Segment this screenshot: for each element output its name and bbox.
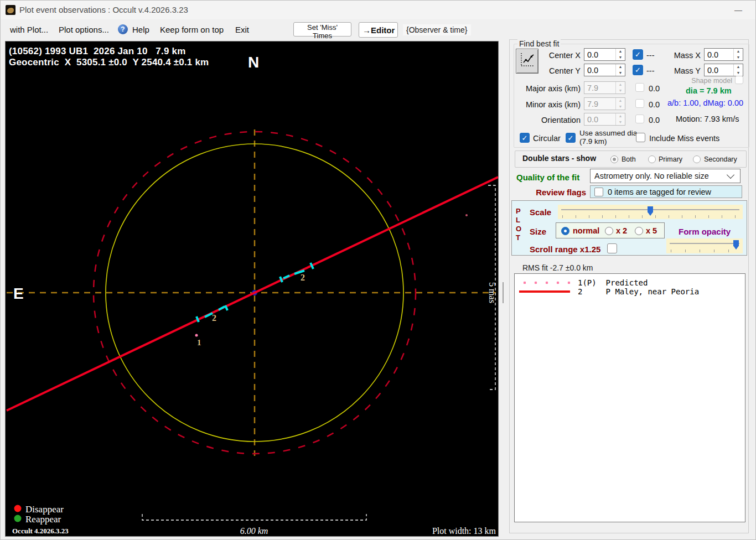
scale-slider[interactable]	[558, 205, 743, 219]
window-title: Plot event observations : Occult v.4.202…	[19, 5, 188, 14]
use-assumed-dia-checkbox[interactable]	[566, 133, 576, 143]
help-icon[interactable]: ?	[118, 24, 128, 34]
legend-row[interactable]: 1(P) Predicted	[515, 278, 745, 287]
plot-graphics: 2 2 1 5 mas 6.00 km Plot width: 13 km Di…	[6, 41, 498, 536]
orientation-spinner[interactable]: ▲▼	[615, 113, 625, 125]
center-y-label: Center Y	[532, 66, 581, 75]
review-flags-checkbox[interactable]	[594, 188, 603, 196]
predicted-label: 1	[197, 338, 201, 347]
quality-of-fit-label: Quality of the fit	[516, 173, 579, 182]
center-x-spinner[interactable]: ▲▼	[615, 49, 625, 60]
legend-entry-text: 1(P) Predicted	[578, 278, 648, 287]
menu-with-plot[interactable]: with Plot...	[10, 25, 48, 34]
plot-version-label: Occult 4.2026.3.23	[12, 527, 69, 535]
disappear-label: Disappear	[25, 504, 64, 515]
minor-axis-field[interactable]: ▲▼	[584, 97, 625, 110]
chord-line	[7, 177, 498, 411]
minor-axis-cb-value: 0.0	[649, 100, 660, 109]
mass-y-input[interactable]	[705, 64, 733, 76]
review-flags-text: 0 items are tagged for review	[608, 188, 711, 196]
size-x2-label: x 2	[616, 226, 627, 235]
double-stars-secondary-radio[interactable]	[693, 155, 701, 163]
mass-y-field[interactable]: ▲▼	[704, 64, 743, 76]
center-x-dash: ---	[646, 51, 655, 60]
shape-model-checkbox[interactable]	[735, 76, 743, 84]
center-x-field[interactable]: ▲▼	[584, 48, 625, 61]
center-y-field[interactable]: ▲▼	[584, 64, 625, 76]
size-x5-radio[interactable]	[635, 227, 643, 235]
center-x-input[interactable]	[584, 49, 615, 60]
scale-slider-ticks	[562, 215, 741, 218]
size-label: Size	[530, 227, 546, 236]
center-y-spinner[interactable]: ▲▼	[615, 64, 625, 76]
scroll-range-label: Scroll range x1.25	[530, 245, 600, 254]
motion-text: Motion: 7.93 km/s	[676, 115, 739, 123]
size-x2-radio[interactable]	[605, 227, 613, 235]
use-assumed-dia-label: Use assumed dia (7.9 km)	[579, 129, 638, 146]
plot-vertical-label: PLOT	[516, 207, 523, 242]
menu-help[interactable]: Help	[132, 25, 149, 34]
disappear-dot	[14, 505, 22, 512]
east-label: E	[13, 285, 24, 303]
mass-y-spinner[interactable]: ▲▼	[733, 64, 743, 76]
ab-text: a/b: 1.00, dMag: 0.00	[667, 98, 743, 107]
center-y-input[interactable]	[584, 64, 615, 76]
center-x-label: Center X	[532, 51, 581, 60]
major-axis-field[interactable]: ▲▼	[584, 81, 625, 94]
observer-time-label: {Observer & time}	[403, 24, 471, 35]
quality-of-fit-dropdown[interactable]: Astrometry only. No reliable size	[590, 169, 741, 183]
dia-text: dia = 7.9 km	[686, 86, 732, 95]
observation-legend-list[interactable]: 1(P) Predicted 2 P Maley, near Peoria	[514, 273, 745, 522]
orientation-label: Orientation	[521, 116, 581, 124]
orientation-field[interactable]: ▲▼	[584, 113, 625, 126]
review-flags-field: 0 items are tagged for review	[590, 185, 742, 198]
circular-checkbox[interactable]	[520, 133, 530, 143]
form-opacity-slider[interactable]	[666, 238, 743, 253]
orientation-checkbox[interactable]	[635, 115, 644, 123]
major-axis-input[interactable]	[584, 82, 615, 94]
size-x5-label: x 5	[646, 226, 657, 235]
app-icon	[6, 5, 15, 15]
minor-axis-input[interactable]	[584, 98, 615, 110]
plot-title-line1: (10562) 1993 UB1 2026 Jan 10 7.9 km	[9, 46, 185, 57]
major-axis-checkbox[interactable]	[635, 83, 644, 92]
menu-exit[interactable]: Exit	[235, 25, 249, 34]
mass-x-input[interactable]	[705, 49, 733, 60]
form-opacity-slider-track	[670, 243, 739, 244]
scale-slider-thumb[interactable]	[648, 206, 653, 216]
minor-axis-spinner[interactable]: ▲▼	[615, 98, 625, 110]
size-normal-label: normal	[573, 226, 599, 235]
form-opacity-slider-ticks	[671, 250, 741, 252]
scroll-range-checkbox[interactable]	[607, 243, 617, 253]
title-bar: Plot event observations : Occult v.4.202…	[1, 1, 755, 19]
orientation-input[interactable]	[584, 113, 615, 125]
form-opacity-slider-thumb[interactable]	[733, 240, 739, 250]
plot-width-label: Plot width: 13 km	[432, 526, 496, 536]
legend-row[interactable]: 2 P Maley, near Peoria	[515, 287, 745, 296]
chord-label-upper: 2	[301, 273, 305, 282]
mass-x-label: Mass X	[670, 51, 701, 60]
major-axis-cb-value: 0.0	[649, 84, 660, 93]
major-axis-spinner[interactable]: ▲▼	[615, 82, 625, 94]
mass-x-spinner[interactable]: ▲▼	[733, 49, 743, 60]
include-miss-checkbox[interactable]	[636, 133, 645, 142]
double-stars-both-radio[interactable]	[610, 155, 618, 163]
minimize-button[interactable]: —	[730, 4, 747, 16]
include-miss-label: Include Miss events	[649, 134, 719, 143]
mass-x-field[interactable]: ▲▼	[704, 48, 743, 61]
plot-canvas[interactable]: 2 2 1 5 mas 6.00 km Plot width: 13 km Di…	[5, 41, 499, 537]
fit-center-x-checkbox[interactable]	[633, 49, 643, 60]
panel-splitter[interactable]	[503, 282, 504, 303]
size-normal-radio[interactable]	[561, 227, 569, 235]
north-label: N	[248, 54, 259, 71]
menu-keep-form-on-top[interactable]: Keep form on top	[160, 25, 224, 34]
minor-axis-checkbox[interactable]	[635, 99, 644, 108]
reappear-label: Reappear	[25, 514, 61, 525]
double-stars-primary-radio[interactable]	[648, 155, 656, 163]
menu-plot-options[interactable]: Plot options...	[59, 25, 109, 34]
fit-center-y-checkbox[interactable]	[633, 65, 643, 75]
minor-axis-label: Minor axis (km)	[521, 100, 581, 109]
set-miss-times-button[interactable]: Set 'Miss' Times	[293, 22, 351, 37]
editor-button[interactable]: →Editor	[359, 22, 398, 38]
orientation-cb-value: 0.0	[649, 116, 660, 124]
